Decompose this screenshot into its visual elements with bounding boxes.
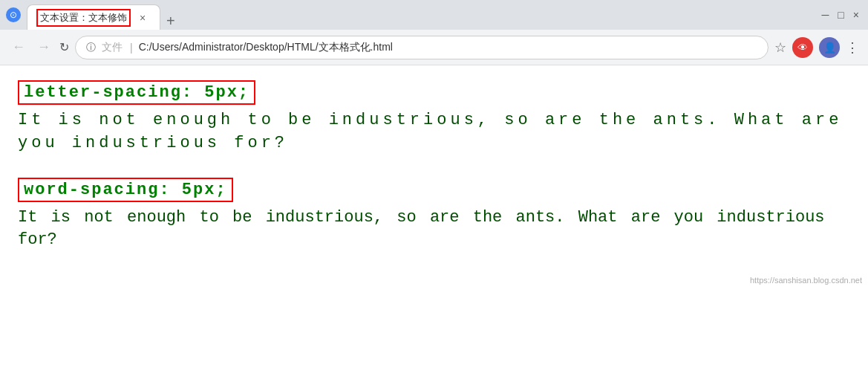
forward-button[interactable]: → bbox=[34, 36, 53, 58]
watermark: https://sanshisan.blog.csdn.net bbox=[750, 276, 862, 285]
minimize-button[interactable]: ─ bbox=[821, 9, 829, 21]
close-button[interactable]: × bbox=[853, 9, 859, 21]
extension-icon: 👁 bbox=[797, 42, 808, 54]
info-icon: ⓘ bbox=[86, 41, 96, 54]
letter-spacing-section: letter-spacing: 5px; It is not enough to… bbox=[18, 80, 850, 155]
tab-title: 文本设置：文本修饰 bbox=[36, 9, 131, 27]
address-bar: ← → ↻ ⓘ 文件 | C:/Users/Administrator/Desk… bbox=[0, 30, 868, 65]
bookmark-button[interactable]: ☆ bbox=[774, 39, 786, 56]
active-tab[interactable]: 文本设置：文本修饰 × bbox=[27, 4, 160, 30]
page-content: letter-spacing: 5px; It is not enough to… bbox=[0, 65, 868, 288]
word-spacing-section: word-spacing: 5px; It is not enough to b… bbox=[18, 178, 850, 253]
refresh-button[interactable]: ↻ bbox=[59, 40, 69, 54]
extension-button[interactable]: 👁 bbox=[792, 37, 813, 58]
window-controls: ─ □ × bbox=[821, 9, 859, 21]
url-bar[interactable]: ⓘ 文件 | C:/Users/Administrator/Desktop/HT… bbox=[75, 36, 769, 59]
url-separator: 文件 bbox=[102, 41, 123, 54]
profile-button[interactable]: 👤 bbox=[819, 37, 840, 58]
pipe-separator: | bbox=[130, 42, 133, 54]
tab-area: 文本设置：文本修饰 × + bbox=[27, 0, 815, 30]
title-bar: ⊙ 文本设置：文本修饰 × + ─ □ × bbox=[0, 0, 868, 30]
back-button[interactable]: ← bbox=[9, 36, 28, 58]
new-tab-button[interactable]: + bbox=[160, 13, 181, 30]
maximize-button[interactable]: □ bbox=[838, 9, 843, 21]
word-spacing-text: It is not enough to be industrious, so a… bbox=[18, 207, 850, 253]
tab-close-button[interactable]: × bbox=[140, 12, 146, 24]
letter-spacing-label: letter-spacing: 5px; bbox=[18, 80, 255, 105]
word-spacing-label: word-spacing: 5px; bbox=[18, 178, 233, 202]
letter-spacing-text: It is not enough to be industrious, so a… bbox=[18, 109, 850, 155]
profile-icon: 👤 bbox=[823, 42, 836, 54]
browser-icon: ⊙ bbox=[6, 7, 21, 22]
menu-button[interactable]: ⋮ bbox=[846, 39, 859, 56]
url-text: C:/Users/Administrator/Desktop/HTML/文本格式… bbox=[139, 41, 393, 54]
